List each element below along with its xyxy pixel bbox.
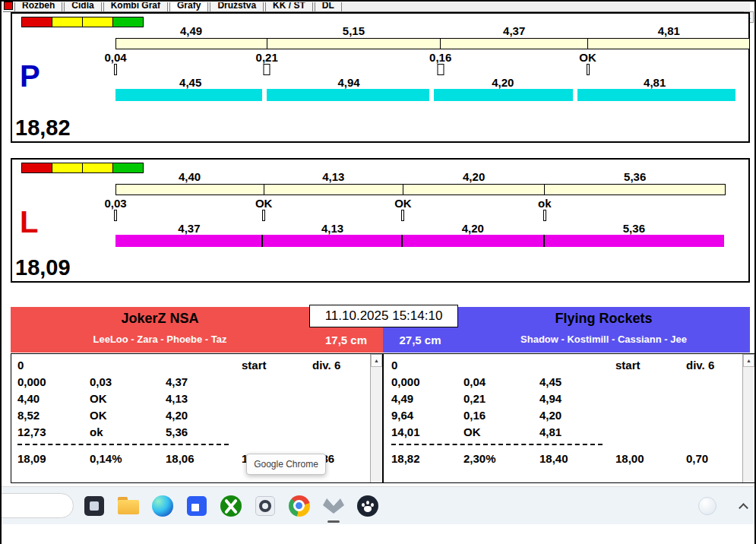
cell: 0,000	[391, 375, 463, 388]
table-scrollbar[interactable]: ▲	[370, 354, 382, 482]
table-header-row: 0 start div. 6	[17, 356, 369, 373]
search-input[interactable]	[0, 493, 74, 518]
blue-square-icon	[187, 496, 207, 516]
cell: 12,73	[17, 425, 90, 438]
dog-time: 4,20	[462, 222, 484, 235]
cell: div. 6	[686, 359, 742, 372]
bird-icon	[323, 498, 344, 514]
tick-icon	[543, 210, 546, 221]
light-yellow1-icon	[52, 17, 83, 27]
cell: 5,36	[166, 425, 242, 438]
cell: 18,40	[539, 452, 615, 465]
cell: 18,06	[166, 452, 242, 465]
split-bar-top	[115, 184, 726, 195]
cell: 4,20	[539, 409, 615, 422]
file-explorer-icon[interactable]	[116, 494, 141, 518]
cell: 0,21	[463, 392, 539, 405]
light-yellow2-icon	[82, 17, 113, 27]
results-tables: 0 start div. 6 0,000 0,03 4,37 4,40 OK 4…	[11, 353, 755, 483]
light-red-icon	[21, 17, 52, 27]
table-scrollbar[interactable]: ▲	[742, 354, 754, 482]
table-row: 0,000 0,03 4,37	[17, 373, 369, 390]
split-time: 4,81	[658, 24, 680, 37]
tab-cidla[interactable]: Cidla	[64, 2, 101, 11]
scroll-up-icon[interactable]: ▲	[743, 354, 754, 367]
flyball-app-icon[interactable]	[321, 494, 346, 518]
media-app-icon[interactable]	[253, 494, 277, 518]
dog-time-bar	[115, 89, 735, 101]
cell: 14,01	[391, 425, 463, 438]
tab-bar: Rozbeh Cidla Kombi Graf Grafy Družstva K…	[3, 2, 750, 12]
cell: 4,37	[166, 375, 242, 388]
tab-grafy[interactable]: Grafy	[169, 2, 208, 11]
split-times-top: 4,40 4,13 4,20 5,36	[115, 170, 750, 182]
blue-app-icon[interactable]	[185, 494, 209, 518]
split-times-top: 4,49 5,15 4,37 4,81	[115, 24, 750, 36]
tick-icon	[262, 210, 265, 221]
table-separator	[391, 440, 742, 450]
crossing-value: 0,16	[429, 51, 451, 64]
results-table-right: 0 start div. 6 0,000 0,04 4,45 4,49 0,21…	[383, 353, 755, 483]
window-corner-accent	[4, 2, 13, 10]
crossing-value: ok	[538, 197, 552, 210]
table-row: 4,49 0,21 4,94	[391, 390, 742, 406]
table-row: 14,01 OK 4,81	[391, 423, 742, 440]
bar-segment	[115, 235, 263, 247]
tab-druzstva[interactable]: Družstva	[210, 2, 264, 11]
split-time: 4,13	[322, 170, 344, 183]
split-time: 4,49	[180, 24, 202, 37]
table-row: 8,52 OK 4,20	[17, 406, 369, 423]
split-time: 4,40	[179, 170, 201, 183]
crossing-value: OK	[579, 51, 596, 64]
cell: 18,00	[615, 452, 686, 465]
light-yellow2-icon	[82, 163, 113, 173]
app-window: Rozbeh Cidla Kombi Graf Grafy Družstva K…	[0, 0, 756, 544]
chrome-icon[interactable]	[287, 494, 312, 518]
system-tray	[698, 495, 750, 517]
tab-dl[interactable]: DL	[315, 2, 342, 11]
cell: 18,09	[17, 452, 90, 465]
xbox-icon[interactable]	[219, 494, 243, 518]
tab-kombi-graf[interactable]: Kombi Graf	[103, 2, 168, 11]
task-view-icon[interactable]	[82, 494, 106, 518]
cell: 4,81	[539, 425, 615, 438]
cell: OK	[90, 392, 166, 405]
tab-rozbeh[interactable]: Rozbeh	[14, 2, 62, 11]
crossing-ticks	[115, 210, 750, 222]
cell: div. 6	[312, 359, 369, 372]
dog-times: 4,37 4,13 4,20 5,36	[115, 222, 750, 234]
lane-bars: 4,40 4,13 4,20 5,36 0,03 OK OK ok 4,37 4…	[115, 160, 750, 281]
cell: OK	[463, 425, 539, 438]
bar-segment	[116, 39, 267, 49]
team-left-name: JokerZ NSA	[11, 307, 309, 327]
cell: 0,14%	[90, 452, 166, 465]
team-right-name: Flying Rockets	[457, 307, 750, 327]
crossing-value: OK	[394, 197, 412, 210]
table-summary-row: 18,82 2,30% 18,40 18,00 0,70	[391, 450, 742, 467]
table-row: 4,40 OK 4,13	[17, 390, 369, 406]
paw-app-icon[interactable]	[356, 494, 380, 518]
table-separator	[17, 440, 369, 450]
bar-segment	[545, 235, 724, 247]
team-right-header: Flying Rockets Shadow - Kostimill - Cass…	[457, 307, 750, 353]
bar-segment	[403, 185, 545, 195]
tray-widget-icon[interactable]	[698, 497, 716, 515]
cell: 4,94	[539, 392, 615, 405]
score-header: JokerZ NSA LeeLoo - Zara - Phoebe - Taz …	[11, 307, 750, 353]
tick-icon	[587, 64, 590, 75]
edge-icon	[152, 495, 173, 517]
chevron-up-icon[interactable]	[736, 499, 750, 513]
dog-time: 4,13	[321, 222, 343, 235]
paw-icon	[357, 495, 378, 517]
cell: 0,16	[463, 409, 539, 422]
dog-time: 5,36	[623, 222, 645, 235]
lane-panel-l: L 18,09 4,40 4,13 4,20 5,36 0,03 OK OK o…	[11, 158, 750, 283]
cell: 2,30%	[463, 452, 539, 465]
split-bar-top	[115, 38, 750, 49]
crossing-labels: 0,03 OK OK ok	[115, 197, 750, 209]
cell: 9,64	[391, 409, 463, 422]
edge-browser-icon[interactable]	[150, 494, 175, 518]
scroll-up-icon[interactable]: ▲	[371, 354, 382, 367]
tab-kk-st[interactable]: KK / ST	[265, 2, 313, 11]
folder-icon	[118, 497, 139, 515]
